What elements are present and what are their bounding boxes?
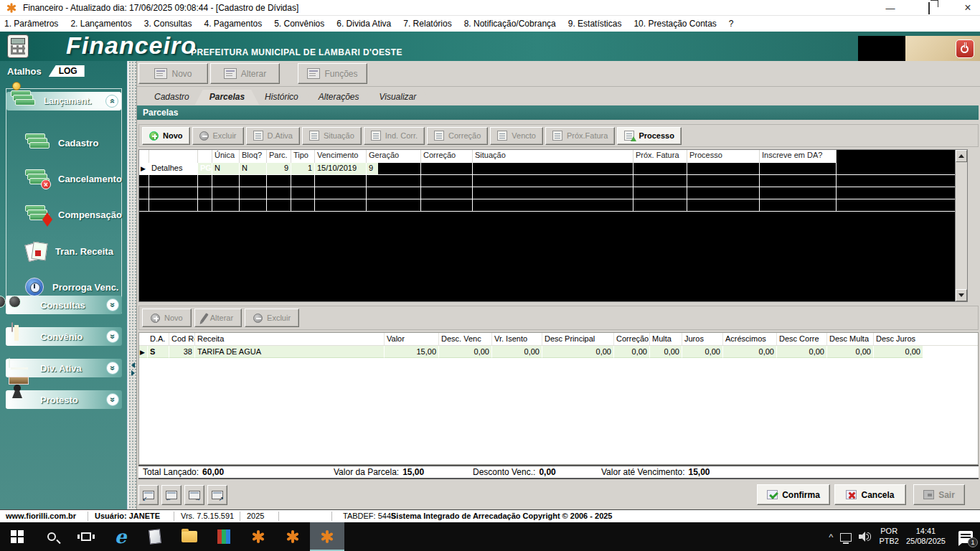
tab-historico[interactable]: Histórico xyxy=(250,90,313,105)
menu-lancamentos[interactable]: 2. Lançamentos xyxy=(70,19,131,29)
menu-parametros[interactable]: 1. Parâmetros xyxy=(4,19,58,29)
parcela-dativa-button[interactable]: D.Ativa xyxy=(246,127,300,145)
sair-button[interactable]: Sair xyxy=(913,484,965,505)
parcela-correcao-button[interactable]: Correção xyxy=(427,127,488,145)
col-desc-principal[interactable]: Desc Principal xyxy=(542,333,614,345)
menu-divida-ativa[interactable]: 6. Divida Ativa xyxy=(336,19,391,29)
tray-expand-icon[interactable]: ^ xyxy=(829,532,833,542)
parcela-processo-button[interactable]: Processo xyxy=(617,127,682,145)
col-processo[interactable]: Processo xyxy=(687,150,760,163)
col-vr-isento[interactable]: Vr. Isento xyxy=(492,333,542,345)
sidebar-item-tran-receita[interactable]: Tran. Receita xyxy=(25,242,113,260)
col-situacao[interactable]: Situação xyxy=(473,150,633,163)
lancamentos-header[interactable]: Lançament. » xyxy=(6,92,121,110)
sidebar-item-cadastro[interactable]: Cadastro xyxy=(25,133,98,152)
col-receita[interactable]: Receita xyxy=(195,333,385,345)
power-button[interactable] xyxy=(956,39,974,58)
sidebar-item-prorroga-venc[interactable]: Prorroga Venc. xyxy=(25,278,118,296)
col-geracao[interactable]: Geração xyxy=(367,150,421,163)
cancela-button[interactable]: Cancela xyxy=(834,484,906,505)
col-tipo[interactable]: Tipo xyxy=(291,150,315,163)
scroll-up-button[interactable] xyxy=(956,150,967,162)
fiorilli-app1-button[interactable] xyxy=(241,522,275,551)
detalhes-cell-button[interactable]: Detalhes xyxy=(149,163,198,174)
empty-row[interactable] xyxy=(139,199,967,212)
col-prox-fatura[interactable]: Próx. Fatura xyxy=(633,150,687,163)
col-desc-venc[interactable]: Desc. Venc xyxy=(439,333,492,345)
receita-alterar-button[interactable]: Alterar xyxy=(194,309,242,327)
fiorilli-app2-button[interactable] xyxy=(275,522,310,551)
expand-consultas-button[interactable]: » xyxy=(106,298,119,311)
col-unica[interactable]: Única xyxy=(212,150,240,163)
col-valor[interactable]: Valor xyxy=(385,333,439,345)
sidebar-section-protesto[interactable]: Protesto » xyxy=(6,390,122,409)
nav-last-button[interactable]: ↗ xyxy=(207,485,227,505)
parcela-excluir-button[interactable]: Excluir xyxy=(192,127,244,145)
expand-div-ativa-button[interactable]: » xyxy=(106,362,119,375)
menu-consultas[interactable]: 3. Consultas xyxy=(144,19,192,29)
novo-top-button[interactable]: Novo xyxy=(138,63,208,84)
col-vencimento[interactable]: Vencimento xyxy=(315,150,367,163)
parcela-novo-button[interactable]: Novo xyxy=(142,127,190,145)
status-site[interactable]: www.fiorilli.com.br xyxy=(6,512,76,520)
sidebar-section-div-ativa[interactable]: Div. Ativa » xyxy=(6,359,122,377)
winrar-taskbar-button[interactable] xyxy=(207,522,241,551)
network-icon[interactable] xyxy=(840,533,852,542)
nav-first-button[interactable]: ↙ xyxy=(138,485,159,505)
tab-parcelas[interactable]: Parcelas xyxy=(195,90,259,105)
parcela-row[interactable]: ▶ Detalhes PG N N 9 1 15/10/2019 9 xyxy=(139,163,967,175)
sidebar-item-cancelamento[interactable]: × Cancelamento xyxy=(25,169,122,188)
col-desc-corre[interactable]: Desc Corre xyxy=(777,333,827,345)
collapse-button[interactable]: » xyxy=(105,95,118,108)
menu-estatisticas[interactable]: 9. Estatísticas xyxy=(568,19,622,29)
sidebar-item-compensacao[interactable]: Compensação xyxy=(25,205,122,224)
sidebar-splitter[interactable] xyxy=(128,61,137,509)
language-indicator[interactable]: PORPTB2 xyxy=(879,527,899,547)
start-button[interactable] xyxy=(0,522,34,551)
col-juros[interactable]: Juros xyxy=(682,333,723,345)
receita-excluir-button[interactable]: Excluir xyxy=(245,309,299,327)
sidebar-section-convenio[interactable]: Convênio » xyxy=(6,327,122,346)
col-cod-rec[interactable]: Cod Rec xyxy=(169,333,195,345)
tab-alteracoes[interactable]: Alterações xyxy=(304,90,374,105)
expand-protesto-button[interactable]: » xyxy=(106,393,119,406)
receita-novo-button[interactable]: Novo xyxy=(142,309,192,327)
funcoes-button[interactable]: Funções xyxy=(298,63,367,84)
parcela-prox-fatura-button[interactable]: Próx.Fatura xyxy=(545,127,615,145)
menu-relatorios[interactable]: 7. Relatórios xyxy=(403,19,451,29)
menu-notificacao[interactable]: 8. Notificação/Cobrança xyxy=(464,19,556,29)
empty-row[interactable] xyxy=(139,175,967,187)
parcela-vencto-button[interactable]: Vencto xyxy=(490,127,543,145)
fiorilli-app3-button-active[interactable] xyxy=(310,522,344,551)
alterar-top-button[interactable]: Alterar xyxy=(210,63,280,84)
search-button[interactable] xyxy=(34,522,69,551)
receita-row[interactable]: ▶ S 38 TARIFA DE AGUA 15,00 0,00 0,00 0,… xyxy=(139,346,978,358)
minimize-button[interactable]: — xyxy=(884,3,897,14)
col-bloq[interactable]: Bloq? xyxy=(240,150,267,163)
log-button[interactable]: LOG xyxy=(49,65,85,77)
ie-taskbar-button[interactable]: e xyxy=(103,522,138,551)
tab-visualizar[interactable]: Visualizar xyxy=(364,90,430,105)
restore-button[interactable] xyxy=(923,3,936,14)
vertical-scrollbar[interactable] xyxy=(955,150,967,301)
nav-prev-button[interactable]: ← xyxy=(161,485,182,505)
col-desc-multa[interactable]: Desc Multa xyxy=(827,333,874,345)
col-inscreve-da[interactable]: Inscreve em DA? xyxy=(760,150,837,163)
task-view-button[interactable] xyxy=(69,522,103,551)
col-da[interactable]: D.A. xyxy=(148,333,169,345)
confirma-button[interactable]: Confirma xyxy=(757,484,830,505)
parcela-ind-corr-button[interactable]: Ind. Corr. xyxy=(364,127,425,145)
empty-row[interactable] xyxy=(139,187,967,199)
col-desc-juros[interactable]: Desc Juros xyxy=(874,333,923,345)
col-multa[interactable]: Multa xyxy=(650,333,682,345)
col-correcao[interactable]: Correção xyxy=(421,150,473,163)
parcela-situacao-button[interactable]: Situação xyxy=(302,127,362,145)
menu-help[interactable]: ? xyxy=(729,19,734,29)
speaker-icon[interactable] xyxy=(859,532,872,542)
explorer-taskbar-button[interactable] xyxy=(172,522,207,551)
close-button[interactable]: × xyxy=(961,1,974,14)
expand-convenio-button[interactable]: » xyxy=(106,330,119,343)
nav-next-button[interactable]: → xyxy=(184,485,204,505)
clock[interactable]: 14:4125/08/2025 xyxy=(906,527,946,547)
scroll-down-button[interactable] xyxy=(956,289,967,301)
